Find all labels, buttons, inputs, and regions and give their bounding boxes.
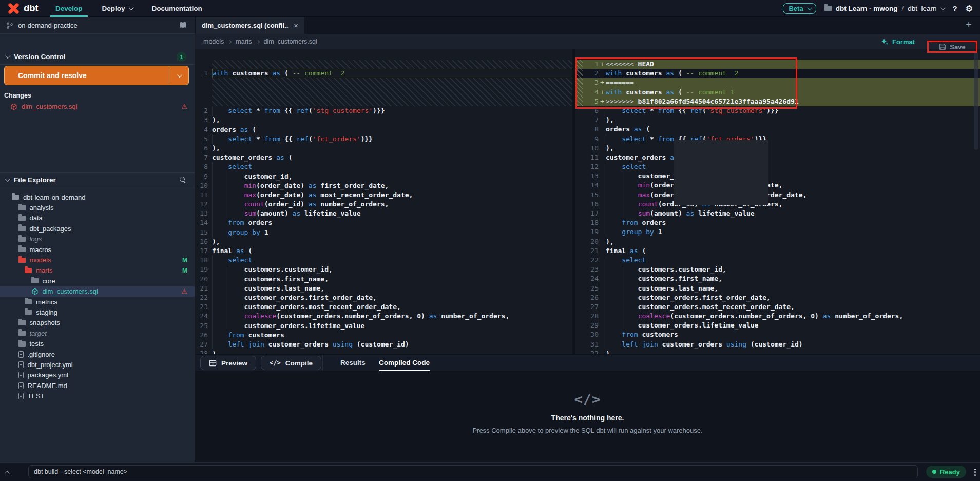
code-line[interactable]: 23 customer_orders.most_recent_order_dat… xyxy=(195,302,572,312)
code-line[interactable]: 32) xyxy=(575,349,980,354)
dbt-logo[interactable]: dbt xyxy=(7,2,38,15)
chevron-up-icon[interactable] xyxy=(5,471,10,476)
code-line[interactable]: 16), xyxy=(195,237,572,246)
code-line[interactable]: 25 customer_orders.lifetime_value xyxy=(195,321,572,331)
code-line[interactable]: 11 max(order_date) as most_recent_order_… xyxy=(195,190,572,200)
code-line[interactable]: 1with customers as ( -- comment 2 xyxy=(195,69,572,78)
file-tree-item[interactable]: snapshots xyxy=(0,318,195,328)
file-tree-item[interactable]: macros xyxy=(0,244,195,255)
file-tree-item[interactable]: .gitignore xyxy=(0,349,195,359)
file-tree-item[interactable]: metrics xyxy=(0,297,195,307)
account-breadcrumb[interactable]: dbt Learn - mwong / dbt_learn xyxy=(824,5,945,12)
code-line[interactable]: 7), xyxy=(575,116,980,125)
kebab-menu-icon[interactable] xyxy=(974,467,976,477)
code-line[interactable]: 28 coalesce(customer_orders.number_of_or… xyxy=(575,312,980,321)
code-line[interactable]: 21 customers.last_name, xyxy=(195,284,572,293)
close-icon[interactable]: × xyxy=(294,22,298,29)
file-tree-item[interactable]: dbt-learn-on-demand xyxy=(0,192,195,202)
code-line[interactable]: 27 customer_orders.most_recent_order_dat… xyxy=(575,302,980,312)
code-line[interactable]: 14 min(order_date) as first_order_date, xyxy=(575,181,980,190)
code-line[interactable]: 3), xyxy=(195,116,572,125)
search-icon[interactable] xyxy=(180,177,186,183)
code-line[interactable]: 7customer_orders as ( xyxy=(195,153,572,162)
commit-options-dropdown[interactable] xyxy=(169,66,188,85)
code-line[interactable]: 24 customers.first_name, xyxy=(575,274,980,283)
code-line[interactable]: 1+<<<<<<< HEAD xyxy=(575,60,980,69)
file-tree-item[interactable]: TEST xyxy=(0,391,195,401)
file-tree-item[interactable]: dbt_packages xyxy=(0,223,195,234)
code-line[interactable]: 17 sum(amount) as lifetime_value xyxy=(575,209,980,218)
code-line[interactable]: 29 customer_orders.lifetime_value xyxy=(575,321,980,330)
code-line[interactable]: 12 select xyxy=(575,162,980,171)
code-line[interactable]: 26 from customers xyxy=(195,331,572,340)
file-tree-item[interactable]: target xyxy=(0,328,195,338)
version-control-header[interactable]: Version Control 1 xyxy=(0,49,195,64)
docs-book-icon[interactable] xyxy=(179,21,187,29)
diff-editor[interactable]: 1with customers as ( -- comment 22 selec… xyxy=(195,49,980,354)
code-line[interactable]: 26 customer_orders.first_order_date, xyxy=(575,293,980,302)
breadcrumb-models[interactable]: models xyxy=(203,38,224,45)
file-tree-item[interactable]: dim_customers.sql⚠ xyxy=(0,286,195,297)
file-tree-item[interactable]: logs xyxy=(0,234,195,244)
file-tree-item[interactable]: staging xyxy=(0,307,195,317)
save-button[interactable]: Save xyxy=(939,43,965,51)
code-line[interactable]: 10 min(order_date) as first_order_date, xyxy=(195,181,572,190)
code-line[interactable]: 17final as ( xyxy=(195,246,572,256)
code-line[interactable]: 30 from customers xyxy=(575,330,980,339)
beta-dropdown[interactable]: Beta xyxy=(783,3,816,14)
code-line[interactable]: 6), xyxy=(195,144,572,153)
code-line[interactable]: 12 count(order_id) as number_of_orders, xyxy=(195,200,572,209)
nav-develop[interactable]: Develop xyxy=(53,0,85,17)
code-line[interactable]: 18 from orders xyxy=(575,218,980,227)
code-line[interactable]: 4+with customers as ( -- comment 1 xyxy=(575,88,980,97)
code-line[interactable]: 5+>>>>>>> b81f802a66fd544504c65721e3ffaa… xyxy=(575,97,980,106)
code-line[interactable]: 19 customers.customer_id, xyxy=(195,265,572,274)
file-tree-item[interactable]: core xyxy=(0,276,195,286)
tab-compiled-code[interactable]: Compiled Code xyxy=(379,355,430,371)
code-line[interactable]: 25 customers.last_name, xyxy=(575,284,980,293)
code-line[interactable]: 18 select xyxy=(195,256,572,265)
nav-deploy[interactable]: Deploy xyxy=(100,0,134,17)
file-tree-item[interactable]: data xyxy=(0,213,195,223)
code-line[interactable]: 13 customer_id, xyxy=(575,171,980,181)
file-tree-item[interactable]: modelsM xyxy=(0,255,195,265)
code-line[interactable]: 10), xyxy=(575,144,980,153)
code-line[interactable]: 16 count(order_id) as number_of_orders, xyxy=(575,200,980,209)
compile-button[interactable]: </> Compile xyxy=(261,356,321,370)
code-line[interactable]: 9 customer_id, xyxy=(195,172,572,181)
code-line[interactable]: 11customer_orders as ( xyxy=(575,153,980,162)
nav-documentation[interactable]: Documentation xyxy=(150,0,204,17)
code-line[interactable]: 22 select xyxy=(575,256,980,265)
code-line[interactable]: 3+======= xyxy=(575,78,980,87)
code-line[interactable]: 27 left join customer_orders using (cust… xyxy=(195,340,572,349)
gear-icon[interactable]: ⚙ xyxy=(966,4,973,13)
code-line[interactable]: 15 group by 1 xyxy=(195,228,572,237)
file-tree-item[interactable]: analysis xyxy=(0,202,195,213)
branch-selector[interactable]: on-demand-practice xyxy=(0,17,195,34)
tab-results[interactable]: Results xyxy=(340,355,366,371)
command-input[interactable] xyxy=(28,465,918,478)
file-explorer-header[interactable]: File Explorer xyxy=(0,172,195,187)
editor-scrollbar[interactable] xyxy=(974,52,978,150)
preview-button[interactable]: Preview xyxy=(200,356,256,370)
code-line[interactable]: 28) xyxy=(195,349,572,354)
new-tab-button[interactable]: + xyxy=(966,17,972,34)
code-line[interactable]: 14 from orders xyxy=(195,218,572,227)
code-line[interactable]: 22 customer_orders.first_order_date, xyxy=(195,293,572,302)
code-line[interactable]: 24 coalesce(customer_orders.number_of_or… xyxy=(195,312,572,321)
code-line[interactable]: 2with customers as ( -- comment 2 xyxy=(575,69,980,78)
file-tree-item[interactable]: packages.yml xyxy=(0,370,195,380)
code-line[interactable]: 23 customers.customer_id, xyxy=(575,265,980,274)
format-button[interactable]: Format xyxy=(881,34,915,49)
code-line[interactable]: 20 customers.first_name, xyxy=(195,275,572,284)
help-icon[interactable]: ? xyxy=(952,4,957,13)
changed-file-row[interactable]: dim_customers.sql ⚠ xyxy=(0,101,195,112)
file-tree-item[interactable]: README.md xyxy=(0,380,195,391)
file-tree-item[interactable]: dbt_project.yml xyxy=(0,359,195,370)
code-line[interactable]: 31 left join customer_orders using (cust… xyxy=(575,340,980,349)
code-line[interactable]: 21final as ( xyxy=(575,246,980,256)
code-line[interactable]: 9 select * from {{ ref('fct_orders')}} xyxy=(575,134,980,144)
file-tree-item[interactable]: tests xyxy=(0,338,195,349)
code-line[interactable]: 20), xyxy=(575,237,980,246)
code-line[interactable]: 5 select * from {{ ref('fct_orders')}} xyxy=(195,134,572,144)
